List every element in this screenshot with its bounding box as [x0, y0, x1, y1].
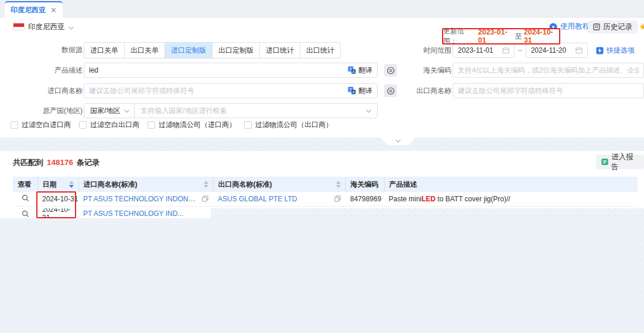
favorite-star-icon[interactable]: ★ [639, 21, 644, 32]
exporter-row: 出口商名称 [453, 83, 644, 98]
datasource-option-import-customs[interactable]: 进口关单 [84, 42, 125, 59]
tab-indonesia[interactable]: 印度尼西亚 ✕ [5, 1, 63, 18]
toolbar-divider [637, 22, 638, 31]
date-to-field[interactable] [526, 43, 588, 58]
cell-exporter-link[interactable]: ASUS GLOBAL PTE LTD [218, 195, 332, 203]
date-separator: – [518, 46, 522, 54]
copy-icon[interactable] [202, 195, 208, 202]
origin-type-value: 国家/地区 [90, 106, 120, 116]
col-header-date[interactable]: 日期 [37, 177, 78, 192]
chevron-down-icon [366, 108, 371, 112]
calendar-icon [576, 47, 583, 54]
datasource-option-export-customs[interactable]: 出口关单 [124, 42, 165, 59]
tutorial-link[interactable]: 使用教程 [549, 22, 590, 32]
translate-label: 翻译 [358, 86, 372, 96]
checkbox-filter-blank-exporter[interactable]: 过滤空白出口商 [79, 120, 139, 130]
country-selector[interactable]: 印度尼西亚 [28, 22, 73, 32]
datasource-option-export-stats[interactable]: 出口统计 [300, 42, 341, 59]
origin-type-select[interactable]: 国家/地区 [84, 104, 135, 118]
chevron-down-icon [68, 25, 73, 29]
tab-title: 印度尼西亚 [11, 5, 46, 15]
hs-code-row: 海关编码 [453, 63, 644, 78]
match-summary: 共匹配到 148176 条记录 [13, 157, 100, 168]
translate-icon: 文 A [348, 66, 356, 74]
copy-icon[interactable] [334, 195, 341, 202]
datasource-segmented-control: 进口关单 出口关单 进口定制版 出口定制版 进口统计 出口统计 [84, 42, 341, 59]
sort-icon[interactable] [336, 181, 341, 188]
match-prefix: 共匹配到 [13, 157, 43, 168]
product-label: 产品描述 [18, 63, 83, 78]
translate-label: 翻译 [358, 66, 372, 75]
hs-code-input[interactable] [453, 63, 643, 77]
importer-input[interactable] [84, 84, 348, 98]
origin-row: 原产国(地区) 国家/地区 支持输入国家/地区进行检索 [84, 103, 378, 118]
filter-checkbox-row: 过滤空白进口商 过滤空白出口商 过滤物流公司（进口商） 过滤物流公司（出口商） [11, 120, 333, 130]
view-magnifier-icon[interactable] [22, 194, 29, 202]
checkbox-label: 过滤物流公司（出口商） [255, 120, 333, 130]
datasource-option-export-custom-edition[interactable]: 出口定制版 [212, 42, 260, 59]
collapse-panel-handle[interactable] [381, 138, 416, 145]
datasource-label: 数据源 [18, 42, 83, 57]
product-input[interactable] [84, 63, 348, 77]
hs-code-field[interactable] [453, 63, 644, 78]
quick-options-link[interactable]: 快捷选项 [596, 46, 635, 56]
checkbox-label: 过滤物流公司（进口商） [159, 120, 236, 130]
datasource-option-import-custom-edition[interactable]: 进口定制版 [165, 42, 213, 59]
checkbox-icon [11, 121, 18, 129]
cell-description: Paste miniLED to BATT cover jig(Pro)// [384, 192, 638, 206]
view-magnifier-icon[interactable] [13, 210, 37, 218]
sort-icon[interactable] [69, 181, 74, 188]
col-header-view[interactable]: 查看 [13, 177, 37, 192]
origin-field[interactable]: 国家/地区 支持输入国家/地区进行检索 [84, 103, 378, 118]
country-name: 印度尼西亚 [28, 22, 65, 32]
importer-label: 进口商名称 [18, 83, 83, 98]
results-panel: 共匹配到 148176 条记录 进入报告 查看 日期 进口商名称(标准) 出口商… [0, 151, 644, 208]
filter-panel: 数据源 进口关单 出口关单 进口定制版 出口定制版 进口统计 出口统计 时间范围… [0, 35, 644, 138]
sort-icon[interactable] [204, 181, 208, 188]
table-row: 2024-10-31 PT ASUS TECHNOLOGY INDONESIA … [13, 192, 638, 206]
col-header-description[interactable]: 产品描述 [384, 177, 638, 192]
highlight-keyword: LED [422, 195, 436, 203]
history-button[interactable]: 历史记录 [588, 20, 638, 33]
checkbox-icon [79, 121, 87, 129]
translate-button[interactable]: 文 A 翻译 [348, 86, 377, 96]
match-count: 148176 [47, 158, 73, 167]
col-header-hs-code[interactable]: 海关编码 [345, 177, 384, 192]
close-icon[interactable]: ✕ [50, 6, 57, 14]
checkbox-label: 过滤空白进口商 [22, 120, 71, 130]
cell-importer-link[interactable]: PT ASUS TECHNOLOGY INDONESIA BA... [83, 195, 200, 203]
checkbox-label: 过滤空白出口商 [90, 120, 139, 130]
product-field[interactable]: 文 A 翻译 [84, 63, 378, 78]
cell-date: 2024-10-31 [37, 192, 78, 206]
datasource-option-import-stats[interactable]: 进口统计 [259, 42, 300, 59]
date-to-input[interactable] [531, 46, 572, 54]
checkbox-filter-logistics-importer[interactable]: 过滤物流公司（进口商） [148, 120, 236, 130]
tab-bar: 印度尼西亚 ✕ [0, 0, 644, 18]
translate-icon: 文 A [348, 87, 356, 95]
chevron-down-icon [125, 108, 129, 112]
svg-text:A: A [352, 70, 355, 74]
indonesia-flag-icon [13, 23, 25, 30]
play-circle-icon [549, 23, 557, 31]
exporter-input[interactable] [453, 84, 643, 98]
translate-button[interactable]: 文 A 翻译 [348, 66, 377, 75]
cell-importer-link[interactable]: PT ASUS TECHNOLOGY IND... [78, 210, 188, 218]
time-range-label: 时间范围 [387, 43, 451, 58]
origin-label: 原产国(地区) [18, 103, 83, 118]
origin-placeholder: 支持输入国家/地区进行检索 [135, 106, 366, 116]
col-header-exporter[interactable]: 出口商名称(标准) [213, 177, 345, 192]
importer-field[interactable]: 文 A 翻译 [84, 83, 378, 98]
date-from-field[interactable] [453, 43, 515, 58]
time-range-row: 时间范围 – 快捷选项 [453, 43, 635, 58]
report-icon [601, 158, 608, 166]
exporter-field[interactable] [453, 83, 644, 98]
checkbox-filter-logistics-exporter[interactable]: 过滤物流公司（出口商） [244, 120, 333, 130]
product-row: 产品描述 文 A 翻译 [84, 63, 397, 78]
importer-row: 进口商名称 文 A 翻译 [84, 83, 397, 98]
chevron-down-icon [396, 137, 400, 142]
col-header-importer[interactable]: 进口商名称(标准) [78, 177, 213, 192]
date-from-input[interactable] [458, 46, 499, 54]
checkbox-filter-blank-importer[interactable]: 过滤空白进口商 [11, 120, 71, 130]
enter-report-button[interactable]: 进入报告 [596, 155, 644, 169]
exporter-label: 出口商名称 [387, 83, 451, 98]
